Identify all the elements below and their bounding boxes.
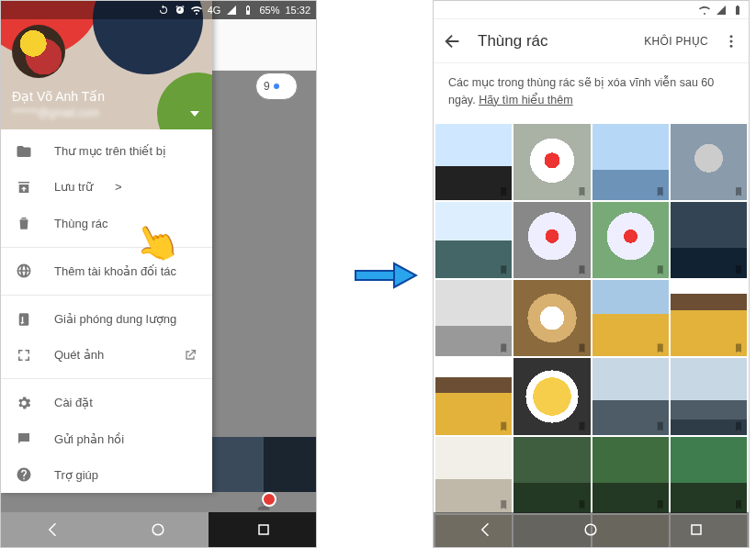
wifi-icon [191, 5, 202, 16]
svg-point-6 [730, 44, 733, 47]
account-email: ******@gmail.com [12, 106, 105, 120]
trash-photo[interactable] [513, 358, 590, 434]
network-type: 4G [208, 5, 221, 16]
help-icon [16, 466, 32, 483]
date-chip[interactable]: 9 [255, 73, 298, 100]
menu-partner-account[interactable]: Thêm tài khoản đối tác [1, 253, 212, 289]
menu-trash[interactable]: Thùng rác [1, 205, 212, 240]
menu-label: Cài đặt [54, 396, 93, 409]
trash-photo[interactable] [592, 280, 669, 356]
trash-title: Thùng rác [478, 32, 629, 50]
drawer-menu: Thư mục trên thiết bị Lưu trữ > Thùng rá… [1, 129, 212, 493]
trash-photo[interactable] [592, 202, 669, 278]
restore-button[interactable]: KHÔI PHỤC [644, 35, 708, 48]
home-icon[interactable] [149, 520, 167, 539]
feedback-icon [16, 431, 32, 447]
menu-label: Thùng rác [54, 217, 108, 230]
battery-icon [243, 5, 254, 16]
underlying-toolbar [210, 19, 316, 71]
svg-rect-2 [355, 271, 394, 280]
trash-photo[interactable] [592, 124, 669, 200]
date-chip-dot [274, 84, 279, 89]
account-name: Đạt Võ Anh Tấn [12, 88, 105, 106]
trash-icon [16, 215, 32, 231]
decor-green-blob [157, 73, 212, 129]
trash-photo[interactable] [592, 358, 669, 434]
recent-icon[interactable] [687, 520, 705, 539]
menu-label: Giải phóng dung lượng [54, 312, 176, 326]
phone-left: 9 Chia sẻ 4G 65% 15:32 Đạt Võ Anh Tấn **… [0, 0, 317, 548]
menu-feedback[interactable]: Gửi phản hồi [1, 421, 212, 457]
trash-photo[interactable] [435, 437, 512, 513]
system-nav-bar [434, 512, 749, 547]
menu-label: Thêm tài khoản đối tác [54, 264, 176, 278]
avatar[interactable] [12, 25, 65, 78]
drawer-header[interactable]: Đạt Võ Anh Tấn ******@gmail.com [1, 1, 212, 129]
menu-device-folders[interactable]: Thư mục trên thiết bị [1, 133, 212, 169]
trash-photo[interactable] [513, 124, 590, 200]
trash-photo[interactable] [592, 437, 669, 513]
trash-photo[interactable] [671, 202, 747, 278]
status-bar: 4G 65% 15:32 [1, 1, 316, 19]
menu-scan-photos[interactable]: Quét ảnh [1, 337, 212, 373]
svg-rect-8 [692, 525, 701, 534]
home-icon[interactable] [581, 520, 600, 539]
svg-point-7 [586, 524, 597, 535]
menu-help[interactable]: Trợ giúp [1, 457, 212, 493]
divider [1, 295, 212, 296]
battery-icon [732, 5, 743, 16]
menu-label: Thư mục trên thiết bị [54, 144, 166, 158]
svg-point-4 [730, 35, 733, 38]
divider [1, 378, 212, 379]
date-chip-text: 9 [264, 80, 270, 93]
trash-photo[interactable] [435, 202, 512, 278]
open-external-icon [183, 348, 197, 363]
trash-photo-grid [434, 124, 749, 549]
learn-more-link[interactable]: Hãy tìm hiểu thêm [479, 94, 572, 106]
scan-icon [16, 347, 32, 363]
svg-point-5 [730, 39, 733, 42]
menu-label: Gửi phản hồi [54, 432, 124, 446]
menu-settings[interactable]: Cài đặt [1, 385, 212, 420]
overflow-menu-icon[interactable] [723, 33, 739, 50]
signal-icon [226, 5, 237, 16]
menu-free-up-space[interactable]: Giải phóng dung lượng [1, 301, 212, 337]
status-bar [434, 1, 749, 19]
recent-icon[interactable] [254, 520, 273, 539]
folder-icon [16, 143, 32, 160]
trash-photo[interactable] [671, 437, 747, 513]
menu-label: Quét ảnh [54, 348, 104, 362]
svg-point-0 [153, 524, 164, 535]
trash-photo[interactable] [513, 437, 590, 513]
battery-percent: 65% [259, 5, 279, 16]
phone-right: Thùng rác KHÔI PHỤC Các mục trong thùng … [433, 0, 750, 548]
clock: 15:32 [285, 5, 310, 16]
svg-marker-3 [394, 263, 416, 287]
chevron-down-icon[interactable] [190, 111, 199, 117]
trash-photo[interactable] [435, 124, 512, 200]
flow-arrow-icon [354, 262, 418, 289]
underlying-thumbnails [210, 437, 316, 492]
back-icon[interactable] [477, 520, 495, 539]
trash-photo[interactable] [671, 358, 747, 434]
trash-photo[interactable] [513, 280, 590, 356]
trash-toolbar: Thùng rác KHÔI PHỤC [434, 19, 749, 63]
menu-archive[interactable]: Lưu trữ > [1, 169, 212, 205]
trash-photo[interactable] [435, 358, 512, 434]
menu-label: Lưu trữ [54, 180, 93, 194]
archive-icon [16, 179, 32, 196]
back-arrow-icon[interactable] [443, 31, 463, 51]
trash-photo[interactable] [671, 124, 747, 200]
trash-photo[interactable] [435, 280, 512, 356]
trash-photo[interactable] [671, 280, 747, 356]
signal-icon [716, 5, 727, 16]
svg-rect-1 [259, 525, 268, 534]
alarm-icon [175, 5, 186, 16]
gear-icon [16, 395, 32, 411]
system-nav-bar [1, 512, 316, 547]
trash-photo[interactable] [513, 202, 590, 278]
account-block[interactable]: Đạt Võ Anh Tấn ******@gmail.com [12, 88, 105, 120]
back-icon[interactable] [44, 520, 62, 539]
globe-icon [16, 263, 32, 279]
sync-icon [158, 5, 169, 16]
